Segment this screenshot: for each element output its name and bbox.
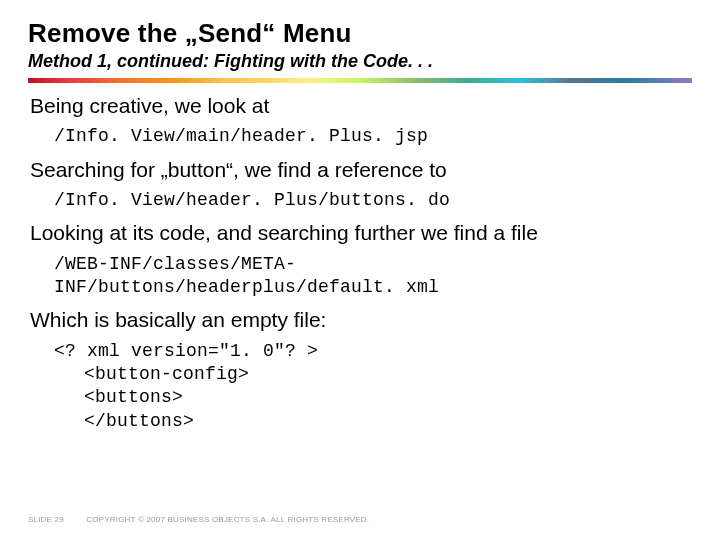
code-path: /Info. View/header. Plus/buttons. do bbox=[30, 189, 692, 212]
paragraph: Looking at its code, and searching furth… bbox=[30, 220, 692, 246]
code-line: <buttons> bbox=[54, 386, 692, 409]
slide-number: SLIDE 29 bbox=[28, 515, 64, 524]
paragraph: Being creative, we look at bbox=[30, 93, 692, 119]
code-line: INF/buttons/headerplus/default. xml bbox=[54, 276, 692, 299]
code-line: /Info. View/main/header. Plus. jsp bbox=[54, 125, 692, 148]
code-line: /WEB-INF/classes/META- bbox=[54, 253, 692, 276]
code-line: <? xml version="1. 0"? > bbox=[54, 340, 692, 363]
slide-body: Being creative, we look at /Info. View/m… bbox=[28, 93, 692, 433]
code-line: <button-config> bbox=[54, 363, 692, 386]
copyright: COPYRIGHT © 2007 BUSINESS OBJECTS S.A. A… bbox=[86, 515, 369, 524]
code-path: /WEB-INF/classes/META- INF/buttons/heade… bbox=[30, 253, 692, 300]
code-block: <? xml version="1. 0"? > <button-config>… bbox=[30, 340, 692, 434]
code-path: /Info. View/main/header. Plus. jsp bbox=[30, 125, 692, 148]
divider-rainbow bbox=[28, 78, 692, 83]
code-line: /Info. View/header. Plus/buttons. do bbox=[54, 189, 692, 212]
slide-subtitle: Method 1, continued: Fighting with the C… bbox=[28, 51, 692, 72]
footer: SLIDE 29 COPYRIGHT © 2007 BUSINESS OBJEC… bbox=[28, 515, 369, 524]
code-line: </buttons> bbox=[54, 410, 692, 433]
slide: Remove the „Send“ Menu Method 1, continu… bbox=[0, 0, 720, 540]
paragraph: Which is basically an empty file: bbox=[30, 307, 692, 333]
slide-title: Remove the „Send“ Menu bbox=[28, 18, 692, 49]
paragraph: Searching for „button“, we find a refere… bbox=[30, 157, 692, 183]
